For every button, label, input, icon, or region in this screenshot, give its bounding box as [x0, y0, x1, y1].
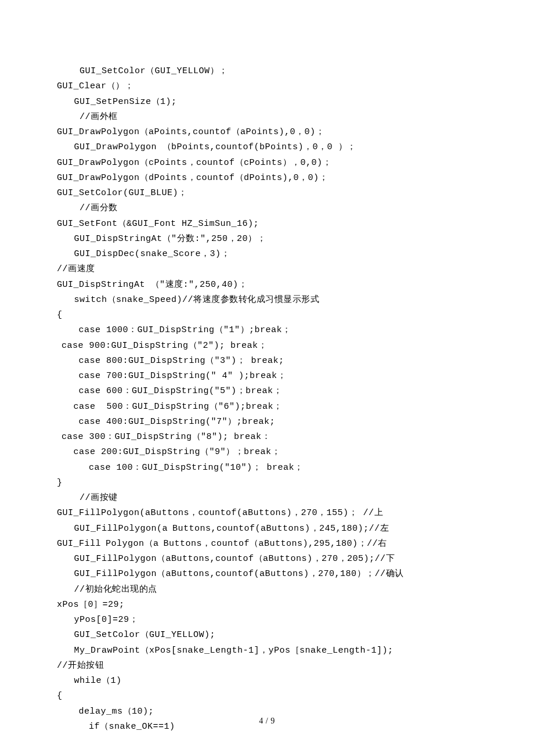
code-line: ﾠcase 700:GUI_DispString(" 4" );break； [52, 369, 482, 384]
code-line: My_DrawPoint（xPos[snake_Length-1]，yPos［s… [52, 643, 482, 658]
code-line: ﾠcase 400:GUI_DispString("7"）;break; [52, 415, 482, 430]
code-line: ﾠGUI_DrawPolygon（cPoints，countof（cPoints… [52, 156, 482, 171]
code-line: GUI_DispStringAt（"分数:",250，20）； [52, 232, 482, 247]
code-line: ﾠxPos［0］=29; [52, 597, 482, 613]
code-line: GUI_SetColor（GUI_YELLOW); [52, 628, 482, 643]
code-line: ﾠ{ [52, 308, 482, 323]
code-line: ﾠGUI_DispStringAt （"速度:",250,40)； [52, 278, 482, 293]
document-page: GUI_SetColor（GUI_YELLOW）；ﾠGUI_Clear（）；GU… [0, 0, 534, 756]
code-line: ﾠ case 500：GUI_DispString（"6");break； [52, 399, 482, 415]
page-number: 4 / 9 [0, 714, 534, 729]
code-line: case 100：GUI_DispString("10")； break； [52, 460, 482, 476]
code-line: GUI_SetColor（GUI_YELLOW）； [52, 64, 482, 79]
code-line: //画外框 [52, 110, 482, 125]
code-line: ﾠGUI_Clear（）； [52, 79, 482, 94]
code-line: ﾠGUI_DrawPolygon（dPoints，countof（dPoints… [52, 171, 482, 186]
code-line: switch（snake_Speed)//将速度参数转化成习惯显示形式 [52, 293, 482, 308]
code-line: ﾠGUI_FillPolygon(aButtons，countof(aButto… [52, 506, 482, 521]
code-line: //画分数 [52, 201, 482, 216]
code-line: //初始化蛇出现的点 [52, 582, 482, 597]
code-line: ﾠﾠcase 300：GUI_DispString（"8"); break： [52, 430, 482, 445]
code-line: while（1) [52, 674, 482, 689]
code-line: GUI_DispDec(snake_Score，3)； [52, 247, 482, 262]
code-block: GUI_SetColor（GUI_YELLOW）；ﾠGUI_Clear（）；GU… [52, 64, 482, 735]
code-line: //画按键 [52, 491, 482, 506]
code-line: ﾠ//画速度 [52, 262, 482, 277]
code-line: ﾠ case 200:GUI_DispString（"9"）；break； [52, 445, 482, 460]
code-line: ﾠGUI_FillﾠPolygon（aﾠButtons，countof（aBut… [52, 537, 482, 552]
code-line: GUI_DrawPolygon （bPoints,countof(bPoints… [52, 140, 482, 155]
code-line: ﾠﾠcase 900:GUI_DispString（"2"); break； [52, 339, 482, 354]
code-line: GUI_FillPolygon(aﾠButtons,countof(aButto… [52, 521, 482, 537]
code-line: ﾠcase 600：GUI_DispString("5")；break； [52, 384, 482, 399]
code-line: ﾠGUI_SetColor(GUI_BLUE)； [52, 186, 482, 201]
code-line: ﾠcase 800:GUI_DispString（"3")； break; [52, 354, 482, 369]
code-line: ﾠ} [52, 476, 482, 491]
code-line: GUI_FillPolygon（aButtons,countof（aButton… [52, 552, 482, 567]
code-line: GUI_FillPolygon（aButtons,countof(aButton… [52, 567, 482, 582]
code-line: yPos[0]=29； [52, 613, 482, 628]
code-line: ﾠGUI_SetFont（&GUI_Font HZ_SimSun_16); [52, 217, 482, 232]
code-line: ﾠGUI_DrawPolygon（aPoints,countof（aPoints… [52, 125, 482, 140]
code-line: GUI_SetPenSize（1); [52, 95, 482, 110]
code-line: ﾠ//开始按钮 [52, 658, 482, 674]
code-line: ﾠ{ [52, 689, 482, 704]
code-line: ﾠcase 1000：GUI_DispString（"1"）;break； [52, 323, 482, 338]
